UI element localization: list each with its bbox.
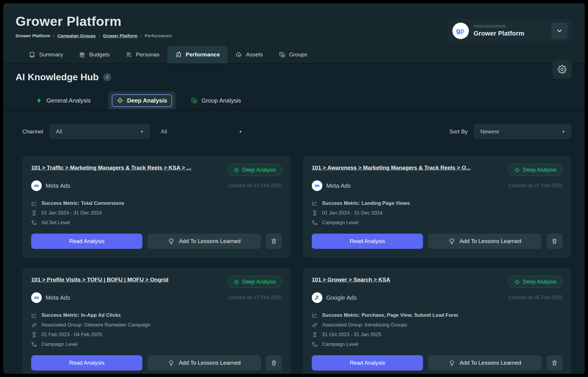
window-frame: Grower Platform Grower Platform › Campai…: [0, 0, 588, 377]
read-analysis-button[interactable]: Read Analysis: [31, 234, 142, 249]
tab-assets[interactable]: Assets: [228, 46, 271, 63]
card-title-link[interactable]: 101 > Awareness > Marketing Managers & T…: [312, 164, 471, 172]
trash-icon: [271, 238, 277, 244]
metric-chart-icon: [31, 200, 37, 206]
platform-name: Meta Ads: [46, 182, 70, 189]
hourglass-icon: [31, 210, 37, 216]
sort-by-select[interactable]: Newest ▼: [474, 124, 571, 139]
dropdown-arrow-icon: ▼: [239, 130, 242, 133]
hub-header: AI Knowledge Hub i: [3, 64, 585, 83]
deep-analysis-badge: Deep Analysis: [228, 164, 282, 176]
analysis-subtab-bar: General Analysis Deep Analysis Group Ana…: [3, 91, 585, 110]
read-analysis-button[interactable]: Read Analysis: [312, 234, 423, 249]
add-to-lessons-button[interactable]: Add To Lessons Learned: [428, 234, 542, 249]
secondary-filter-select[interactable]: All ▼: [155, 124, 248, 139]
created-date: Created on 05 Feb 2025: [508, 295, 562, 301]
breadcrumb-separator-icon: ›: [99, 33, 100, 38]
lightbulb-icon: [168, 238, 175, 245]
date-range-row: 31 Oct 2023 - 31 Jan 2025: [312, 332, 562, 338]
success-metric-row: Success Metric: Purchase, Page View, Sub…: [312, 312, 562, 318]
organization-label: ORGANIZATION: [474, 24, 547, 29]
lightbulb-icon: [448, 359, 455, 366]
breadcrumb-item-grower-platform[interactable]: Grower Platform: [103, 33, 138, 38]
gp-logo-icon: gp: [455, 26, 466, 35]
cloud-upload-icon: [236, 51, 242, 58]
dropdown-arrow-icon: ▼: [562, 130, 565, 133]
level-row: Campaign Level: [312, 341, 562, 347]
target-icon: [514, 279, 520, 285]
breadcrumb-item-campaign-groups[interactable]: Campaign Groups: [57, 33, 96, 38]
tab-label: Summary: [39, 51, 63, 58]
subtab-general-analysis[interactable]: General Analysis: [34, 91, 93, 110]
badge-label: Deep Analysis: [523, 167, 557, 173]
level-row: Ad Set Level: [31, 220, 282, 226]
associated-group-row: Associated Group: Glamera Ramadan Campai…: [31, 322, 282, 328]
date-range-row: 01 Jan 2024 - 31 Dec 2024: [312, 210, 562, 216]
metric-chart-icon: [31, 312, 37, 318]
delete-button[interactable]: [266, 234, 282, 249]
link-icon: [312, 322, 318, 328]
card-title-link[interactable]: 101 > Traffic > Marketing Managers & Tra…: [31, 164, 191, 172]
channel-filter-value: All: [56, 128, 62, 135]
deep-analysis-badge: Deep Analysis: [508, 276, 562, 288]
card-title-link[interactable]: 101 > Profile Visits > TOFU | BOFU | MOF…: [31, 276, 169, 284]
chevron-down-icon: [556, 27, 563, 34]
subtab-label: Deep Analysis: [127, 97, 167, 104]
badge-label: Deep Analysis: [523, 279, 557, 285]
date-range-row: 01 Feb 2023 - 04 Feb 2025: [31, 332, 282, 338]
target-icon: [117, 97, 123, 104]
add-to-lessons-button[interactable]: Add To Lessons Learned: [147, 234, 261, 249]
tab-budgets[interactable]: Budgets: [71, 46, 118, 63]
delete-button[interactable]: [547, 355, 562, 371]
secondary-filter-value: All: [161, 128, 167, 135]
tab-summary[interactable]: Summary: [21, 46, 71, 63]
meta-ads-logo-icon: ∞: [31, 180, 42, 191]
subtab-deep-analysis[interactable]: Deep Analysis: [108, 91, 176, 110]
add-to-lessons-button[interactable]: Add To Lessons Learned: [147, 355, 261, 371]
hub-title: AI Knowledge Hub: [16, 72, 99, 83]
breadcrumb-item-root[interactable]: Grower Platform: [16, 33, 50, 38]
organization-logo: gp: [452, 23, 469, 39]
breadcrumb-separator-icon: ›: [140, 33, 142, 38]
success-metric-row: Success Metric: Total Conversions: [31, 200, 282, 206]
info-icon[interactable]: i: [103, 73, 111, 81]
tab-personas[interactable]: Personas: [118, 46, 167, 63]
book-icon: [29, 51, 35, 58]
users-icon: [126, 51, 132, 58]
performance-chart-icon: [175, 51, 182, 58]
level-row: Campaign Level: [312, 220, 562, 226]
sort-by-label: Sort By: [449, 128, 468, 135]
lightning-icon: [36, 97, 42, 104]
filter-bar: Channel All ▼ All ▼ Sort By Newest ▼: [3, 124, 585, 139]
organization-selector[interactable]: gp ORGANIZATION Grower Platform: [448, 19, 572, 43]
trash-icon: [551, 360, 558, 366]
channel-filter-select[interactable]: All ▼: [50, 124, 150, 139]
tab-groups[interactable]: Groups: [271, 46, 315, 63]
organization-dropdown-button[interactable]: [551, 23, 568, 39]
tab-performance[interactable]: Performance: [167, 46, 228, 63]
tab-label: Personas: [136, 51, 159, 58]
settings-button[interactable]: [552, 60, 572, 79]
trash-icon: [271, 360, 277, 366]
platform: Google Ads: [312, 292, 357, 303]
google-ads-logo-icon: [312, 292, 322, 303]
delete-button[interactable]: [547, 234, 562, 249]
group-analysis-icon: [191, 97, 197, 104]
breadcrumb-item-performance: Performance: [145, 33, 172, 38]
gear-icon: [558, 65, 567, 74]
subtab-group-analysis[interactable]: Group Analysis: [189, 91, 244, 110]
read-analysis-button[interactable]: Read Analysis: [312, 355, 423, 371]
read-analysis-button[interactable]: Read Analysis: [31, 355, 142, 371]
hierarchy-level-icon: [312, 220, 318, 226]
deep-analysis-badge: Deep Analysis: [228, 276, 282, 288]
created-date: Created on 21 Feb 2025: [508, 183, 562, 189]
trash-icon: [551, 238, 558, 244]
analysis-card: 101 > Traffic > Marketing Managers & Tra…: [22, 156, 291, 258]
delete-button[interactable]: [266, 355, 282, 371]
main-content: AI Knowledge Hub i General Analysis Deep…: [3, 64, 585, 374]
card-title-link[interactable]: 101 > Grower > Search > KSA: [312, 276, 390, 284]
lightbulb-icon: [448, 238, 455, 245]
success-metric-row: Success Metric: In-App Ad Clicks: [31, 312, 282, 318]
add-to-lessons-button[interactable]: Add To Lessons Learned: [428, 355, 542, 371]
platform-name: Meta Ads: [326, 182, 351, 189]
